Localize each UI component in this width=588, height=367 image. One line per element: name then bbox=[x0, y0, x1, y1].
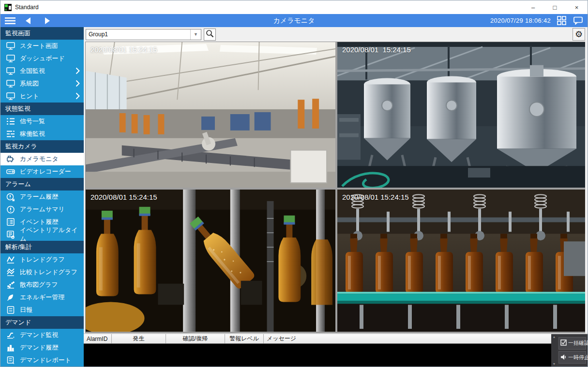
alarm-history-icon bbox=[6, 193, 15, 201]
camera1-timestamp: 2020/08/01 15:24:15 bbox=[90, 45, 157, 54]
sidebar-item-demand-monitor[interactable]: デマンド監視 bbox=[0, 329, 84, 341]
camera4-scene-bottling-conveyor bbox=[337, 190, 585, 332]
maximize-button[interactable]: □ bbox=[544, 0, 566, 14]
scroll-up-icon[interactable]: ▲ bbox=[553, 335, 556, 338]
sidebar-section-alarm: アラーム bbox=[0, 178, 84, 191]
compare-trend-icon bbox=[6, 268, 15, 277]
close-button[interactable]: × bbox=[566, 0, 588, 14]
video-recorder-icon bbox=[6, 168, 15, 176]
sidebar-item-system-diagram[interactable]: 系統図 bbox=[0, 77, 84, 90]
sidebar-item-compare-trend-graph[interactable]: 比較トレンドグラフ bbox=[0, 266, 84, 279]
camera-grid: 2020/08/01 15:24:15 bbox=[85, 42, 585, 333]
sidebar-item-start-screen[interactable]: スタート画面 bbox=[0, 40, 84, 52]
alarm-summary-icon bbox=[6, 206, 15, 214]
sidebar-section-status-monitor: 状態監視 bbox=[0, 103, 84, 115]
sidebar-item-nationwide-monitor[interactable]: 全国監視 bbox=[0, 65, 84, 77]
col-confirm-restore[interactable]: 確認/復帰 bbox=[166, 334, 225, 343]
menu-icon[interactable] bbox=[4, 15, 16, 26]
alarm-scrollbar[interactable]: ▲ ▼ bbox=[551, 334, 557, 367]
sidebar-item-hint[interactable]: ヒント bbox=[0, 90, 84, 103]
camera-feed-2[interactable]: 2020/08/01 15:24:15 bbox=[337, 42, 585, 188]
scatter-graph-icon bbox=[6, 281, 15, 289]
chevron-right-icon bbox=[75, 67, 80, 76]
col-alarm-level[interactable]: 警報レベル bbox=[225, 334, 264, 343]
forward-icon[interactable] bbox=[41, 15, 53, 26]
demand-report-icon bbox=[6, 356, 15, 365]
scroll-down-icon[interactable]: ▼ bbox=[553, 362, 556, 366]
back-icon[interactable] bbox=[23, 15, 34, 26]
dropdown-arrow-icon: ▼ bbox=[190, 29, 201, 40]
camera1-scene-factory-floor bbox=[86, 42, 335, 188]
gear-icon: ⚙ bbox=[575, 29, 583, 40]
checkbox-checked-icon bbox=[560, 339, 567, 347]
camera3-timestamp: 2020/08/01 15:24:15 bbox=[90, 193, 157, 201]
chevron-right-icon bbox=[75, 92, 80, 101]
camera2-timestamp: 2020/08/01 15:24:15 bbox=[342, 45, 411, 54]
col-message[interactable]: メッセージ bbox=[264, 334, 551, 343]
camera-feed-3[interactable]: 2020/08/01 15:24:15 bbox=[86, 190, 335, 332]
sidebar-item-energy-management[interactable]: エネルギー管理 bbox=[0, 291, 84, 304]
energy-leaf-icon bbox=[6, 294, 15, 302]
sidebar-item-alarm-history[interactable]: アラーム履歴 bbox=[0, 191, 84, 203]
settings-button[interactable]: ⚙ bbox=[573, 28, 585, 41]
sidebar-item-scatter-graph[interactable]: 散布図グラフ bbox=[0, 279, 84, 291]
window-title: Standard bbox=[15, 4, 522, 11]
sidebar-item-camera-monitor[interactable]: カメラモニタ bbox=[0, 153, 84, 165]
sidebar-item-signal-list[interactable]: 信号一覧 bbox=[0, 115, 84, 128]
operation-monitor-icon bbox=[6, 130, 15, 138]
search-icon bbox=[206, 29, 214, 40]
demand-history-icon bbox=[6, 344, 15, 352]
app-icon bbox=[4, 4, 12, 11]
camera-feed-4[interactable]: 2020/08/01 15:24:15 bbox=[337, 190, 585, 332]
sidebar-item-demand-report[interactable]: デマンドレポート bbox=[0, 354, 84, 367]
alarm-table-header: AlarmID 発生 確認/復帰 警報レベル メッセージ bbox=[84, 334, 551, 344]
demand-monitor-icon bbox=[6, 331, 15, 339]
camera-feed-1[interactable]: 2020/08/01 15:24:15 bbox=[86, 42, 335, 188]
camera-grid-wrapper: 2020/08/01 15:24:15 bbox=[84, 42, 588, 333]
title-bar: Standard – □ × bbox=[0, 0, 588, 14]
sidebar-item-alarm-summary[interactable]: アラームサマリ bbox=[0, 203, 84, 216]
app-window: Standard – □ × カメラモニタ 2020/07/29 18:06:4… bbox=[0, 0, 588, 367]
speaker-pause-icon bbox=[560, 354, 567, 361]
sidebar-section-camera: 監視カメラ bbox=[0, 140, 84, 153]
monitor-icon bbox=[6, 55, 15, 63]
pause-button[interactable]: 一時停止 bbox=[558, 351, 586, 364]
sidebar-item-event-realtime[interactable]: イベントリアルタイム bbox=[0, 228, 84, 241]
signal-list-icon bbox=[6, 117, 15, 126]
sidebar-item-daily-report[interactable]: 日報 bbox=[0, 304, 84, 316]
col-alarm-id[interactable]: AlarmID bbox=[84, 334, 112, 343]
chevron-right-icon bbox=[75, 80, 80, 88]
trend-graph-icon bbox=[6, 256, 15, 264]
alarm-actions-panel: 一括確認 一時停止 bbox=[557, 334, 588, 367]
sidebar-item-video-recorder[interactable]: ビデオレコーダー bbox=[0, 165, 84, 178]
alarm-list-empty bbox=[84, 344, 551, 367]
monitor-icon bbox=[6, 42, 15, 50]
camera-icon bbox=[6, 155, 15, 163]
camera3-scene-bottle-filling bbox=[86, 190, 335, 332]
minimize-button[interactable]: – bbox=[522, 0, 544, 14]
speech-bubble-icon[interactable] bbox=[572, 15, 584, 26]
camera2-scene-steel-tanks bbox=[337, 42, 585, 188]
monitor-icon bbox=[6, 80, 15, 88]
col-occurrence[interactable]: 発生 bbox=[112, 334, 166, 343]
sidebar-item-operation-monitor[interactable]: 稼働監視 bbox=[0, 128, 84, 140]
confirm-all-button[interactable]: 一括確認 bbox=[558, 337, 586, 350]
alarm-panel: AlarmID 発生 確認/復帰 警報レベル メッセージ ▲ ▼ 一括確認 bbox=[84, 333, 588, 367]
daily-report-icon bbox=[6, 306, 15, 314]
sidebar-section-monitor-screens: 監視画面 bbox=[0, 27, 84, 40]
group-select[interactable]: Group1 ▼ bbox=[86, 29, 201, 40]
group-select-value: Group1 bbox=[86, 31, 190, 38]
sidebar-item-trend-graph[interactable]: トレンドグラフ bbox=[0, 253, 84, 266]
event-history-icon bbox=[6, 218, 15, 226]
camera4-timestamp: 2020/08/01 15:24:15 bbox=[342, 193, 409, 201]
layout-grid-icon[interactable] bbox=[556, 15, 567, 26]
sidebar: 監視画面 スタート画面 ダッシュボード 全国監視 系統図 ヒント bbox=[0, 27, 84, 367]
current-datetime: 2020/07/29 18:06:42 bbox=[490, 17, 551, 24]
sidebar-item-dashboard[interactable]: ダッシュボード bbox=[0, 52, 84, 65]
monitor-icon bbox=[6, 92, 15, 101]
search-button[interactable] bbox=[204, 29, 216, 41]
app-bar: カメラモニタ 2020/07/29 18:06:42 bbox=[0, 14, 588, 27]
camera-toolbar: Group1 ▼ ⚙ bbox=[84, 27, 588, 42]
sidebar-item-demand-history[interactable]: デマンド履歴 bbox=[0, 341, 84, 354]
monitor-icon bbox=[6, 67, 15, 75]
